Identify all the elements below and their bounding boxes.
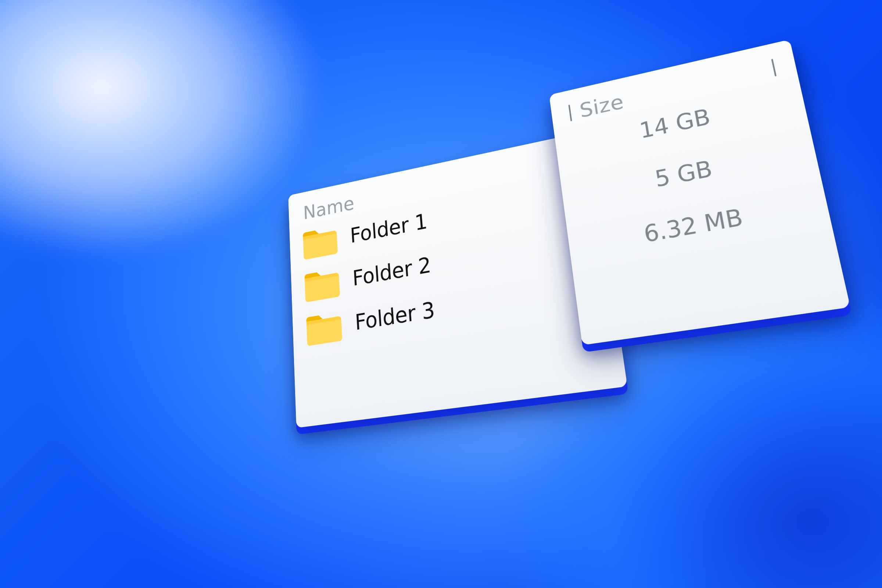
size-column-card: Size 14 GB 5 GB 6.32 MB bbox=[549, 39, 850, 345]
folder-name: Folder 1 bbox=[350, 209, 428, 248]
folder-size: 5 GB bbox=[582, 140, 793, 206]
folder-icon bbox=[304, 309, 344, 346]
folder-size: 6.32 MB bbox=[589, 193, 804, 257]
scene: Name Folder 1 F bbox=[0, 0, 882, 588]
column-divider-icon bbox=[771, 58, 777, 76]
column-divider-icon bbox=[568, 104, 572, 121]
folder-name: Folder 3 bbox=[354, 297, 435, 335]
folder-icon bbox=[303, 266, 341, 303]
folder-icon bbox=[302, 224, 339, 260]
tilt-group: Name Folder 1 F bbox=[288, 130, 627, 428]
folder-name: Folder 2 bbox=[352, 252, 432, 291]
